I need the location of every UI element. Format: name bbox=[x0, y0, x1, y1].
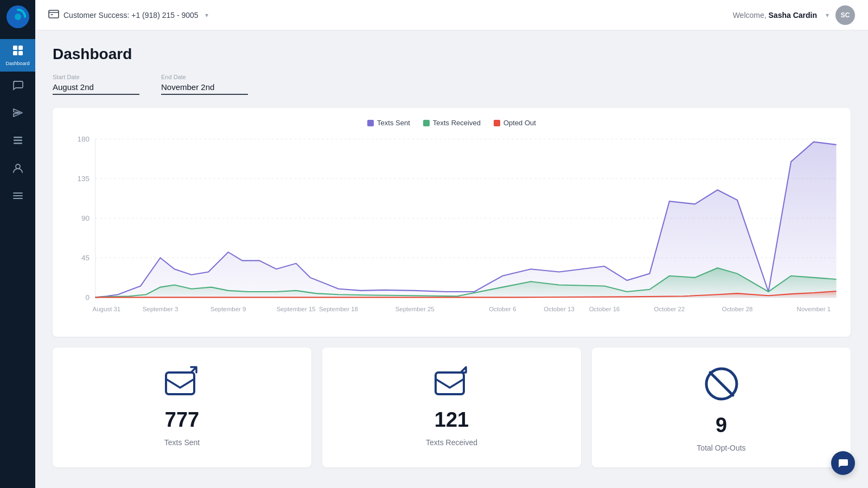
svg-text:September 18: September 18 bbox=[319, 306, 358, 312]
svg-rect-2 bbox=[13, 46, 17, 50]
sidebar-item-more[interactable] bbox=[0, 184, 35, 210]
texts-sent-number: 777 bbox=[165, 408, 199, 432]
svg-rect-4 bbox=[13, 51, 17, 55]
end-date-field: End Date November 2nd bbox=[161, 74, 248, 95]
legend-item-received: Texts Received bbox=[423, 119, 481, 127]
svg-text:September 15: September 15 bbox=[277, 306, 316, 312]
sidebar-item-dashboard[interactable]: Dashboard bbox=[0, 39, 35, 72]
svg-rect-40 bbox=[166, 373, 194, 394]
start-date-label: Start Date bbox=[53, 74, 139, 80]
texts-received-icon bbox=[432, 365, 471, 402]
sidebar-item-campaigns[interactable] bbox=[0, 101, 35, 127]
chart-svg: 180 135 90 45 0 bbox=[61, 133, 842, 326]
svg-line-43 bbox=[710, 373, 733, 395]
topbar: Customer Success: +1 (918) 215 - 9005 ▾ … bbox=[35, 0, 868, 30]
sidebar-nav: Dashboard bbox=[0, 39, 35, 210]
sidebar: Dashboard bbox=[0, 0, 35, 488]
svg-text:September 9: September 9 bbox=[210, 306, 246, 312]
contacts-icon bbox=[12, 162, 24, 177]
conversations-icon bbox=[12, 79, 24, 94]
end-date-label: End Date bbox=[161, 74, 248, 80]
texts-sent-icon bbox=[163, 365, 202, 402]
svg-rect-14 bbox=[49, 10, 59, 18]
svg-rect-8 bbox=[14, 140, 22, 142]
avatar[interactable]: SC bbox=[835, 5, 855, 25]
chart-svg-wrapper: 180 135 90 45 0 bbox=[61, 133, 842, 328]
svg-rect-7 bbox=[14, 137, 22, 138]
dashboard-icon bbox=[12, 44, 24, 59]
svg-text:October 6: October 6 bbox=[489, 306, 516, 312]
account-label: Customer Success: +1 (918) 215 - 9005 bbox=[63, 11, 199, 20]
legend-dot-sent bbox=[367, 120, 374, 126]
svg-rect-5 bbox=[18, 51, 23, 55]
legend-dot-opted bbox=[494, 120, 500, 126]
start-date-value[interactable]: August 2nd bbox=[53, 82, 139, 95]
chart-container: Texts Sent Texts Received Opted Out bbox=[53, 108, 851, 337]
svg-text:October 22: October 22 bbox=[654, 306, 685, 312]
svg-text:45: 45 bbox=[81, 254, 90, 262]
legend-label-received: Texts Received bbox=[433, 119, 481, 127]
user-dropdown-icon[interactable]: ▾ bbox=[826, 11, 829, 19]
account-icon bbox=[48, 10, 59, 21]
campaigns-icon bbox=[12, 107, 24, 121]
svg-text:September 25: September 25 bbox=[395, 306, 435, 312]
svg-text:135: 135 bbox=[78, 175, 90, 183]
svg-rect-3 bbox=[18, 46, 23, 50]
legend-item-opted: Opted Out bbox=[494, 119, 536, 127]
topbar-account[interactable]: Customer Success: +1 (918) 215 - 9005 ▾ bbox=[48, 10, 208, 21]
svg-text:November 1: November 1 bbox=[797, 306, 831, 312]
svg-text:90: 90 bbox=[81, 214, 90, 222]
texts-received-label: Texts Received bbox=[426, 438, 477, 447]
legend-dot-received bbox=[423, 120, 430, 126]
svg-text:October 28: October 28 bbox=[722, 306, 753, 312]
svg-point-10 bbox=[16, 164, 20, 169]
card-total-opt-outs: 9 Total Opt-Outs bbox=[592, 348, 851, 467]
welcome-text: Welcome, Sasha Cardin bbox=[733, 11, 817, 20]
svg-text:October 13: October 13 bbox=[544, 306, 575, 312]
svg-rect-9 bbox=[14, 143, 22, 144]
svg-text:August 31: August 31 bbox=[93, 306, 121, 312]
svg-text:September 3: September 3 bbox=[143, 306, 178, 312]
svg-point-1 bbox=[15, 14, 21, 20]
svg-text:October 16: October 16 bbox=[589, 306, 620, 312]
sidebar-item-conversations[interactable] bbox=[0, 74, 35, 99]
legend-item-sent: Texts Sent bbox=[367, 119, 410, 127]
sidebar-item-sequences[interactable] bbox=[0, 129, 35, 155]
more-icon bbox=[12, 190, 24, 204]
svg-text:0: 0 bbox=[86, 293, 90, 301]
page-content: Dashboard Start Date August 2nd End Date… bbox=[35, 30, 868, 488]
summary-cards: 777 Texts Sent 121 Texts Received bbox=[53, 348, 851, 467]
date-range: Start Date August 2nd End Date November … bbox=[53, 74, 851, 95]
end-date-value[interactable]: November 2nd bbox=[161, 82, 248, 95]
legend-label-sent: Texts Sent bbox=[377, 119, 410, 127]
sidebar-item-dashboard-label: Dashboard bbox=[5, 61, 29, 66]
chart-legend: Texts Sent Texts Received Opted Out bbox=[61, 119, 842, 127]
account-dropdown-icon: ▾ bbox=[205, 11, 208, 19]
main-content: Customer Success: +1 (918) 215 - 9005 ▾ … bbox=[35, 0, 868, 488]
card-texts-sent: 777 Texts Sent bbox=[53, 348, 311, 467]
svg-text:180: 180 bbox=[78, 135, 90, 143]
chat-button[interactable] bbox=[831, 451, 855, 475]
texts-sent-label: Texts Sent bbox=[164, 438, 200, 447]
sidebar-item-contacts[interactable] bbox=[0, 157, 35, 182]
topbar-user: Welcome, Sasha Cardin ▾ SC bbox=[733, 5, 855, 25]
start-date-field: Start Date August 2nd bbox=[53, 74, 139, 95]
svg-marker-6 bbox=[14, 109, 22, 117]
texts-received-number: 121 bbox=[435, 408, 469, 432]
app-logo bbox=[7, 5, 29, 28]
total-opt-outs-number: 9 bbox=[716, 414, 727, 437]
svg-rect-41 bbox=[436, 373, 464, 394]
card-texts-received: 121 Texts Received bbox=[322, 348, 581, 467]
total-opt-outs-icon bbox=[703, 365, 741, 407]
sequences-icon bbox=[12, 134, 24, 149]
total-opt-outs-label: Total Opt-Outs bbox=[697, 444, 745, 452]
page-title: Dashboard bbox=[53, 46, 851, 63]
legend-label-opted: Opted Out bbox=[503, 119, 536, 127]
